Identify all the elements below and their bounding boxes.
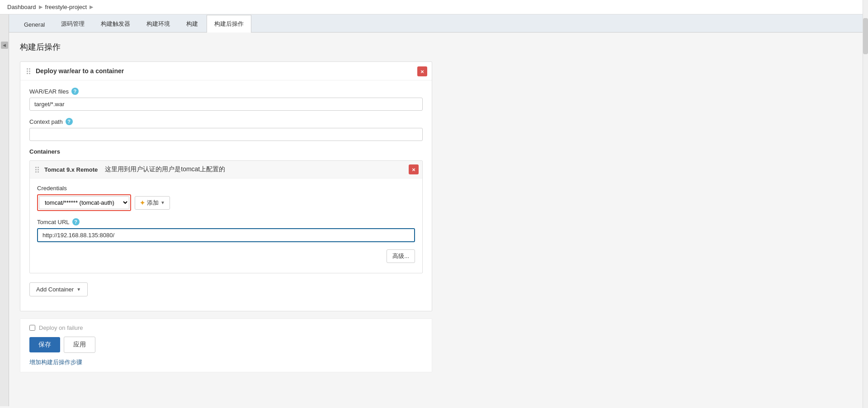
sidebar-toggle-icon: ◀ bbox=[1, 42, 8, 49]
deploy-on-failure-checkbox[interactable] bbox=[29, 325, 35, 331]
context-path-input[interactable] bbox=[29, 128, 423, 141]
add-credentials-dropdown-arrow: ▼ bbox=[160, 200, 165, 205]
context-path-group: Context path ? bbox=[29, 118, 423, 141]
war-ear-label: WAR/EAR files ? bbox=[29, 88, 423, 95]
credentials-select[interactable]: tomcat/****** (tomcat-auth) bbox=[39, 196, 129, 209]
breadcrumb-sep-2: ▶ bbox=[90, 4, 93, 10]
tab-build-trigger[interactable]: 构建触发器 bbox=[93, 15, 138, 33]
tomcat-panel-body: Credentials tomcat/****** (tomcat-auth) bbox=[30, 178, 422, 273]
add-credentials-label: 添加 bbox=[147, 199, 159, 207]
scrollbar-thumb[interactable] bbox=[863, 18, 868, 54]
add-credentials-button[interactable]: ✦ 添加 ▼ bbox=[135, 196, 170, 210]
apply-button[interactable]: 应用 bbox=[64, 337, 95, 353]
tab-build[interactable]: 构建 bbox=[179, 15, 206, 33]
add-container-button[interactable]: Add Container ▼ bbox=[29, 282, 88, 296]
page-content: 构建后操作 × Deploy war/ear to a container bbox=[9, 33, 443, 381]
sidebar-toggle[interactable]: ◀ bbox=[0, 14, 9, 406]
credentials-group: Credentials tomcat/****** (tomcat-auth) bbox=[37, 185, 415, 211]
advanced-row: 高级... bbox=[37, 249, 415, 267]
war-ear-help-icon[interactable]: ? bbox=[71, 88, 79, 95]
deploy-panel-title: Deploy war/ear to a container bbox=[36, 67, 124, 75]
context-path-label: Context path ? bbox=[29, 118, 423, 125]
tomcat-panel-header: Tomcat 9.x Remote 这里用到用户认证的用户是tomcat上配置的 bbox=[30, 161, 422, 178]
tomcat-panel: × Tomcat 9.x Remote 这里用到用户认证的用户是tomcat上配… bbox=[29, 160, 423, 273]
scrollbar[interactable] bbox=[863, 0, 868, 406]
deploy-on-failure-label: Deploy on failure bbox=[39, 324, 83, 331]
credentials-label: Credentials bbox=[37, 185, 415, 192]
tab-general[interactable]: General bbox=[16, 16, 52, 33]
tomcat-url-help-icon[interactable]: ? bbox=[72, 218, 80, 225]
tab-post-build[interactable]: 构建后操作 bbox=[207, 15, 251, 33]
context-path-help-icon[interactable]: ? bbox=[66, 118, 73, 125]
save-button[interactable]: 保存 bbox=[29, 337, 60, 352]
tomcat-url-label: Tomcat URL ? bbox=[37, 218, 415, 225]
containers-group: Containers × Tomcat 9.x Remote bbox=[29, 148, 423, 296]
breadcrumb-project[interactable]: freestyle-project bbox=[45, 4, 87, 10]
credentials-row: tomcat/****** (tomcat-auth) ✦ 添加 ▼ bbox=[37, 194, 415, 211]
advanced-button[interactable]: 高级... bbox=[387, 249, 415, 263]
war-ear-group: WAR/EAR files ? bbox=[29, 88, 423, 111]
breadcrumb-sep-1: ▶ bbox=[39, 4, 42, 10]
drag-handle[interactable] bbox=[27, 68, 30, 74]
war-ear-input[interactable] bbox=[29, 98, 423, 111]
action-buttons: 保存 应用 bbox=[29, 337, 423, 358]
tomcat-url-group: Tomcat URL ? bbox=[37, 218, 415, 242]
add-post-build-link[interactable]: 增加构建后操作步骤 bbox=[29, 359, 82, 366]
deploy-panel-body: WAR/EAR files ? Context path ? bbox=[20, 80, 432, 311]
credentials-select-wrapper: tomcat/****** (tomcat-auth) bbox=[37, 194, 131, 211]
add-container-dropdown-arrow: ▼ bbox=[76, 287, 81, 292]
breadcrumb-dashboard[interactable]: Dashboard bbox=[7, 4, 36, 10]
add-container-label: Add Container bbox=[36, 286, 74, 293]
deploy-panel: × Deploy war/ear to a container bbox=[20, 61, 432, 311]
tomcat-panel-title: Tomcat 9.x Remote bbox=[44, 166, 98, 173]
breadcrumb: Dashboard ▶ freestyle-project ▶ bbox=[0, 0, 868, 14]
page-title: 构建后操作 bbox=[20, 42, 432, 52]
add-credentials-icon: ✦ bbox=[140, 199, 145, 206]
containers-label: Containers bbox=[29, 148, 423, 155]
tomcat-panel-annotation: 这里用到用户认证的用户是tomcat上配置的 bbox=[105, 165, 225, 174]
tabs-bar: General 源码管理 构建触发器 构建环境 构建 构建后操作 bbox=[9, 14, 868, 33]
main-content: General 源码管理 构建触发器 构建环境 构建 构建后操作 构建后操作 × bbox=[9, 14, 868, 406]
tab-build-env[interactable]: 构建环境 bbox=[139, 15, 178, 33]
tab-source-mgmt[interactable]: 源码管理 bbox=[53, 15, 92, 33]
deploy-on-failure-row: Deploy on failure bbox=[29, 324, 423, 331]
deploy-panel-header: Deploy war/ear to a container bbox=[20, 62, 432, 80]
tomcat-url-input[interactable] bbox=[37, 228, 415, 242]
deploy-panel-close-button[interactable]: × bbox=[417, 66, 427, 76]
tomcat-panel-close-button[interactable]: × bbox=[409, 164, 419, 174]
tomcat-drag-handle[interactable] bbox=[35, 167, 39, 173]
bottom-section: Deploy on failure 保存 应用 增加构建后操作步骤 bbox=[20, 319, 432, 372]
